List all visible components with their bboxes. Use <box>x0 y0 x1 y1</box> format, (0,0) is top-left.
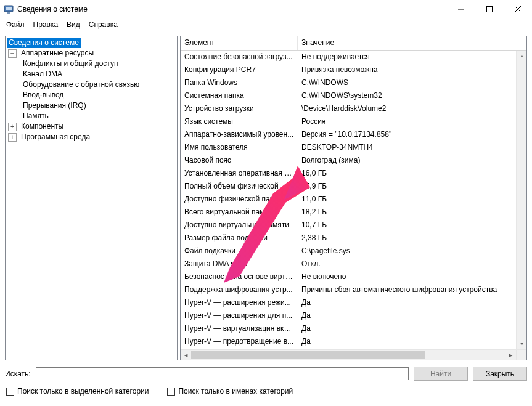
cell-value: \Device\HarddiskVolume2 <box>298 102 516 115</box>
cell-value: C:\WINDOWS\system32 <box>298 89 516 102</box>
details-list: Элемент Значение Состояние безопасной за… <box>180 36 527 360</box>
expand-icon[interactable]: + <box>8 123 17 131</box>
svg-rect-1 <box>6 7 12 10</box>
menu-view[interactable]: Вид <box>63 19 84 30</box>
cell-value: Да <box>298 335 516 348</box>
list-row[interactable]: Доступно виртуальной памяти10,7 ГБ <box>181 219 516 232</box>
menu-edit[interactable]: Правка <box>30 19 62 30</box>
list-row[interactable]: Hyper-V — расширения для п...Да <box>181 309 516 322</box>
list-row[interactable]: Всего виртуальной памяти18,2 ГБ <box>181 206 516 219</box>
cell-value: Да <box>298 296 516 309</box>
cell-value: DESKTOP-34NMTH4 <box>298 141 516 154</box>
chk-category-names[interactable]: Поиск только в именах категорий <box>167 387 293 396</box>
col-value[interactable]: Значение <box>298 36 526 50</box>
list-body: Состояние безопасной загруз...Не поддерж… <box>181 51 526 360</box>
cell-element: Состояние безопасной загруз... <box>181 51 298 63</box>
list-row[interactable]: Размер файла подкачки2,38 ГБ <box>181 232 516 245</box>
list-row[interactable]: Аппаратно-зависимый уровен...Версия = "1… <box>181 128 516 141</box>
list-row[interactable]: Защита DMA ядраОткл. <box>181 258 516 270</box>
cell-element: Поддержка шифрования устр... <box>181 283 298 296</box>
collapse-icon[interactable]: − <box>8 49 17 58</box>
scroll-down-icon[interactable]: ▼ <box>517 339 526 349</box>
list-row[interactable]: Поддержка шифрования устр...Причины сбоя… <box>181 283 516 296</box>
cell-value: Да <box>298 309 516 322</box>
menu-help[interactable]: Справка <box>85 19 121 30</box>
close-button[interactable] <box>504 0 532 18</box>
list-row[interactable]: Файл подкачкиC:\pagefile.sys <box>181 245 516 258</box>
list-row[interactable]: Язык системыРоссия <box>181 115 516 128</box>
menu-file[interactable]: Файл <box>2 19 28 30</box>
list-row[interactable]: Папка WindowsC:\WINDOWS <box>181 76 516 89</box>
scroll-up-icon[interactable]: ▲ <box>517 51 526 61</box>
list-row[interactable]: Hyper-V — виртуализация вкл...Да <box>181 322 516 335</box>
menubar: Файл Правка Вид Справка <box>0 18 532 31</box>
checkbox-icon <box>6 388 14 396</box>
cell-value: C:\pagefile.sys <box>298 245 516 258</box>
list-row[interactable]: Устройство загрузки\Device\HarddiskVolum… <box>181 102 516 115</box>
cell-element: Hyper-V — расширения для п... <box>181 309 298 322</box>
search-label: Искать: <box>5 370 31 378</box>
tree-swenv[interactable]: + Программная среда <box>6 132 177 142</box>
list-rows[interactable]: Состояние безопасной загруз...Не поддерж… <box>181 51 516 349</box>
list-row[interactable]: Системная папкаC:\WINDOWS\system32 <box>181 89 516 102</box>
minimize-button[interactable] <box>447 0 475 18</box>
list-row[interactable]: Имя пользователяDESKTOP-34NMTH4 <box>181 141 516 154</box>
cell-value: 11,0 ГБ <box>298 193 516 206</box>
cell-value: C:\WINDOWS <box>298 76 516 89</box>
close-search-button[interactable]: Закрыть <box>473 367 527 381</box>
search-panel: Искать: Найти Закрыть Поиск только в выд… <box>0 360 532 400</box>
category-tree[interactable]: Сведения о системе − Аппаратные ресурсы … <box>5 36 178 360</box>
cell-element: Всего виртуальной памяти <box>181 206 298 219</box>
list-row[interactable]: Полный объем физической ... 15,9 ГБ <box>181 180 516 193</box>
cell-element: Защита DMA ядра <box>181 258 298 270</box>
cell-element: Доступно виртуальной памяти <box>181 219 298 232</box>
search-input[interactable] <box>36 367 409 380</box>
cell-element: Полный объем физической ... <box>181 180 298 193</box>
maximize-button[interactable] <box>475 0 504 18</box>
cell-value: Волгоград (зима) <box>298 154 516 167</box>
tree-memory[interactable]: Память <box>12 111 177 121</box>
chk-selected-category[interactable]: Поиск только в выделенной категории <box>6 387 149 396</box>
list-row[interactable]: Безопасность на основе вирту...Не включе… <box>181 270 516 283</box>
cell-value: Привязка невозможна <box>298 63 516 76</box>
scroll-thumb[interactable] <box>191 351 425 359</box>
list-header: Элемент Значение <box>181 36 526 51</box>
tree-components[interactable]: + Компоненты <box>6 121 177 132</box>
cell-element: Конфигурация PCR7 <box>181 63 298 76</box>
list-row[interactable]: Hyper-V — предотвращение в...Да <box>181 335 516 348</box>
list-row[interactable]: Hyper-V — расширения режи...Да <box>181 296 516 309</box>
cell-element: Системная папка <box>181 89 298 102</box>
scroll-left-icon[interactable]: ◀ <box>181 351 191 360</box>
list-row[interactable]: Доступно физической памяти11,0 ГБ <box>181 193 516 206</box>
cell-value: Причины сбоя автоматического шифрования … <box>298 283 516 296</box>
search-options: Поиск только в выделенной категории Поис… <box>5 387 527 396</box>
list-row[interactable]: Установленная оперативная п...16,0 ГБ <box>181 167 516 180</box>
find-button[interactable]: Найти <box>414 367 468 381</box>
expand-icon[interactable]: + <box>8 133 17 142</box>
tree-hardware[interactable]: − Аппаратные ресурсы <box>6 48 177 59</box>
list-row[interactable]: Состояние безопасной загруз...Не поддерж… <box>181 51 516 63</box>
cell-value: Да <box>298 322 516 335</box>
horizontal-scrollbar[interactable]: ◀ ▶ <box>181 349 516 360</box>
scroll-right-icon[interactable]: ▶ <box>505 350 516 360</box>
vertical-scrollbar[interactable]: ▲ ▼ <box>516 51 526 349</box>
cell-value: Россия <box>298 115 516 128</box>
list-row[interactable]: Часовой поясВолгоград (зима) <box>181 154 516 167</box>
list-row[interactable]: Конфигурация PCR7Привязка невозможна <box>181 63 516 76</box>
svg-rect-2 <box>7 12 10 14</box>
cell-element: Аппаратно-зависимый уровен... <box>181 128 298 141</box>
tree-irq[interactable]: Прерывания (IRQ) <box>12 100 177 111</box>
app-icon <box>4 4 14 14</box>
cell-element: Hyper-V — виртуализация вкл... <box>181 322 298 335</box>
tree-root[interactable]: Сведения о системе <box>6 38 177 48</box>
tree-io[interactable]: Ввод-вывод <box>12 90 177 100</box>
main-area: Сведения о системе − Аппаратные ресурсы … <box>0 31 532 360</box>
cell-value: Не поддерживается <box>298 51 516 63</box>
cell-element: Установленная оперативная п... <box>181 167 298 180</box>
col-element[interactable]: Элемент <box>181 36 298 50</box>
tree-dma[interactable]: Канал DMA <box>12 69 177 79</box>
tree-conflicts[interactable]: Конфликты и общий доступ <box>12 59 177 69</box>
tree-forcedhw[interactable]: Оборудование с обратной связью <box>12 79 177 90</box>
cell-element: Hyper-V — предотвращение в... <box>181 335 298 348</box>
cell-element: Папка Windows <box>181 76 298 89</box>
